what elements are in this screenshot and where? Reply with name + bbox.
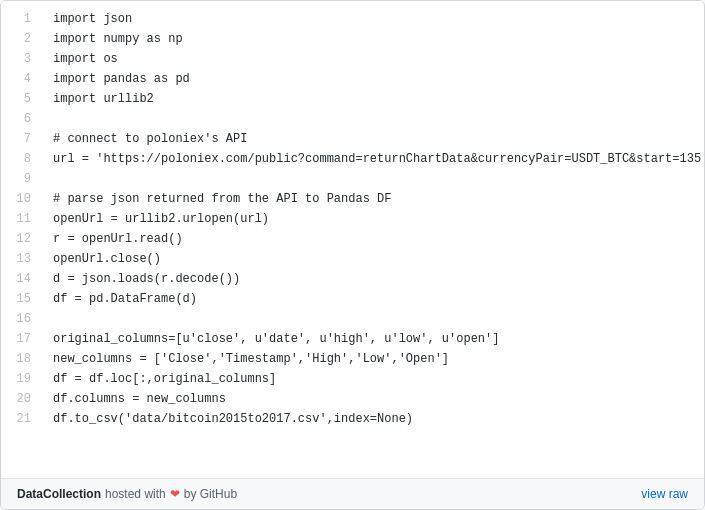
code-line: 18new_columns = ['Close','Timestamp','Hi… <box>1 349 704 369</box>
footer-left: DataCollection hosted with ❤ by GitHub <box>17 487 237 501</box>
line-content: new_columns = ['Close','Timestamp','High… <box>41 349 704 369</box>
line-number: 15 <box>1 289 41 309</box>
line-number: 14 <box>1 269 41 289</box>
code-line: 20df.columns = new_columns <box>1 389 704 409</box>
code-line: 2import numpy as np <box>1 29 704 49</box>
line-number: 12 <box>1 229 41 249</box>
line-content: import json <box>41 9 704 29</box>
line-number: 17 <box>1 329 41 349</box>
code-line: 9 <box>1 169 704 189</box>
code-line: 3import os <box>1 49 704 69</box>
line-number: 13 <box>1 249 41 269</box>
line-content: df.columns = new_columns <box>41 389 704 409</box>
line-content: openUrl = urllib2.urlopen(url) <box>41 209 704 229</box>
line-content: df = df.loc[:,original_columns] <box>41 369 704 389</box>
line-content: import urllib2 <box>41 89 704 109</box>
code-line: 4import pandas as pd <box>1 69 704 89</box>
line-number: 21 <box>1 409 41 429</box>
line-content: r = openUrl.read() <box>41 229 704 249</box>
code-viewer: 1import json2import numpy as np3import o… <box>0 0 705 510</box>
line-number: 10 <box>1 189 41 209</box>
line-number: 19 <box>1 369 41 389</box>
line-content: url = 'https://poloniex.com/public?comma… <box>41 149 704 169</box>
footer: DataCollection hosted with ❤ by GitHub v… <box>1 478 704 509</box>
code-line: 17original_columns=[u'close', u'date', u… <box>1 329 704 349</box>
code-line: 13openUrl.close() <box>1 249 704 269</box>
code-line: 12r = openUrl.read() <box>1 229 704 249</box>
repo-name: DataCollection <box>17 487 101 501</box>
line-number: 5 <box>1 89 41 109</box>
code-line: 8url = 'https://poloniex.com/public?comm… <box>1 149 704 169</box>
code-line: 21df.to_csv('data/bitcoin2015to2017.csv'… <box>1 409 704 429</box>
heart-icon: ❤ <box>170 487 180 501</box>
code-line: 16 <box>1 309 704 329</box>
line-content: d = json.loads(r.decode()) <box>41 269 704 289</box>
code-line: 14d = json.loads(r.decode()) <box>1 269 704 289</box>
code-line: 5import urllib2 <box>1 89 704 109</box>
line-number: 3 <box>1 49 41 69</box>
code-block: 1import json2import numpy as np3import o… <box>1 1 704 478</box>
code-line: 19df = df.loc[:,original_columns] <box>1 369 704 389</box>
line-content: import pandas as pd <box>41 69 704 89</box>
line-content: openUrl.close() <box>41 249 704 269</box>
line-number: 1 <box>1 9 41 29</box>
line-content: df.to_csv('data/bitcoin2015to2017.csv',i… <box>41 409 704 429</box>
line-content: # parse json returned from the API to Pa… <box>41 189 704 209</box>
line-content: import numpy as np <box>41 29 704 49</box>
line-number: 8 <box>1 149 41 169</box>
code-line: 15df = pd.DataFrame(d) <box>1 289 704 309</box>
line-number: 11 <box>1 209 41 229</box>
code-line: 6 <box>1 109 704 129</box>
line-content: df = pd.DataFrame(d) <box>41 289 704 309</box>
code-line: 10# parse json returned from the API to … <box>1 189 704 209</box>
code-line: 7# connect to poloniex's API <box>1 129 704 149</box>
code-line: 1import json <box>1 9 704 29</box>
line-number: 7 <box>1 129 41 149</box>
line-number: 9 <box>1 169 41 189</box>
line-content: import os <box>41 49 704 69</box>
by-github: by GitHub <box>184 487 237 501</box>
line-number: 6 <box>1 109 41 129</box>
code-line: 11openUrl = urllib2.urlopen(url) <box>1 209 704 229</box>
line-number: 2 <box>1 29 41 49</box>
line-content: # connect to poloniex's API <box>41 129 704 149</box>
line-number: 16 <box>1 309 41 329</box>
hosted-text: hosted with <box>105 487 166 501</box>
line-number: 4 <box>1 69 41 89</box>
line-content: original_columns=[u'close', u'date', u'h… <box>41 329 704 349</box>
line-number: 18 <box>1 349 41 369</box>
line-number: 20 <box>1 389 41 409</box>
view-raw-link[interactable]: view raw <box>641 487 688 501</box>
